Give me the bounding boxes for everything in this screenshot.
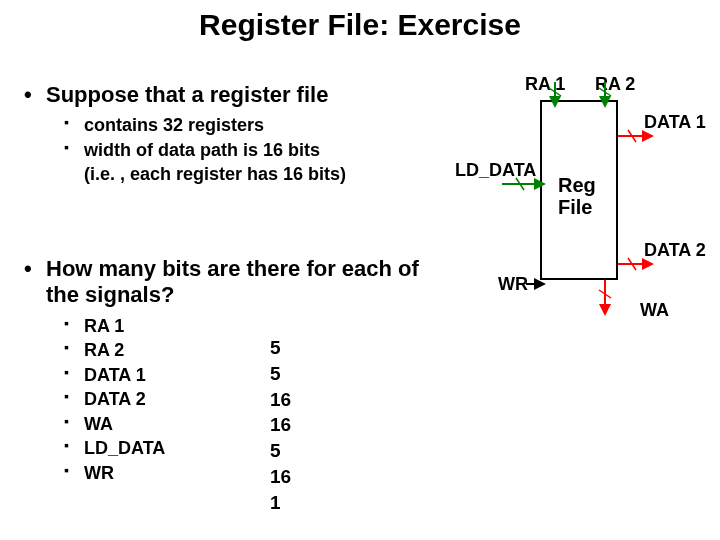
label-ra2: RA 2 <box>595 74 635 95</box>
signal-lddata: LD_DATA <box>24 437 454 460</box>
bullet-intro: Suppose that a register file <box>24 82 454 108</box>
ans-wa: 5 <box>270 439 291 463</box>
reg-text: Reg <box>558 174 596 196</box>
answers-column: 5 5 16 16 5 16 1 <box>270 334 291 516</box>
bullet-question: How many bits are there for each of the … <box>24 256 454 309</box>
label-ra1: RA 1 <box>525 74 565 95</box>
svg-line-5 <box>628 130 636 142</box>
ans-data2: 16 <box>270 413 291 437</box>
signal-wr: WR <box>24 462 454 485</box>
arrow-wa-out <box>596 278 614 318</box>
signal-wa: WA <box>24 413 454 436</box>
register-file-label: Reg File <box>558 174 596 218</box>
signal-data1: DATA 1 <box>24 364 454 387</box>
ans-lddata: 16 <box>270 465 291 489</box>
sub-width-16-paren: (i.e. , each register has 16 bits) <box>24 163 454 186</box>
svg-line-12 <box>599 290 611 298</box>
slide-title: Register File: Exercise <box>0 8 720 42</box>
label-wa: WA <box>640 300 669 321</box>
svg-line-7 <box>628 258 636 270</box>
signal-data2: DATA 2 <box>24 388 454 411</box>
sub-32-regs: contains 32 registers <box>24 114 454 137</box>
label-wr: WR <box>498 274 528 295</box>
signal-ra1: RA 1 <box>24 315 454 338</box>
ans-ra2: 5 <box>270 362 291 386</box>
label-data1: DATA 1 <box>644 112 706 133</box>
ans-wr: 1 <box>270 491 291 515</box>
ans-data1: 16 <box>270 388 291 412</box>
file-text: File <box>558 196 592 218</box>
ans-ra1: 5 <box>270 336 291 360</box>
sub-width-16: width of data path is 16 bits <box>24 139 454 162</box>
label-lddata: LD_DATA <box>455 160 536 181</box>
label-data2: DATA 2 <box>644 240 706 261</box>
signal-ra2: RA 2 <box>24 339 454 362</box>
